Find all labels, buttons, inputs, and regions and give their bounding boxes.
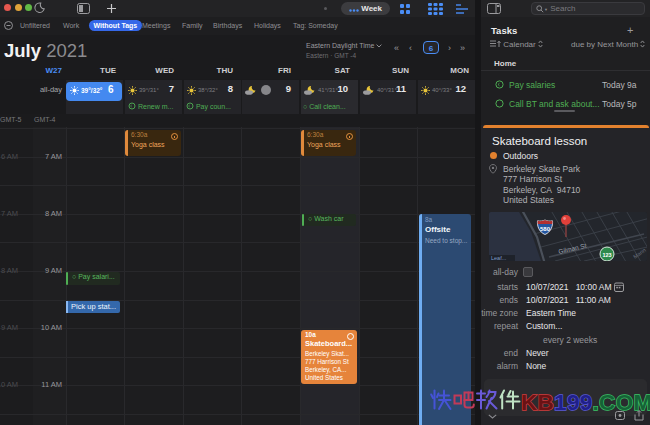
svg-text:580: 580 xyxy=(540,226,551,232)
svg-text:123: 123 xyxy=(602,252,611,258)
svg-text:Leaf...: Leaf... xyxy=(491,255,507,261)
svg-text:KB199.COM: KB199.COM xyxy=(521,390,650,415)
